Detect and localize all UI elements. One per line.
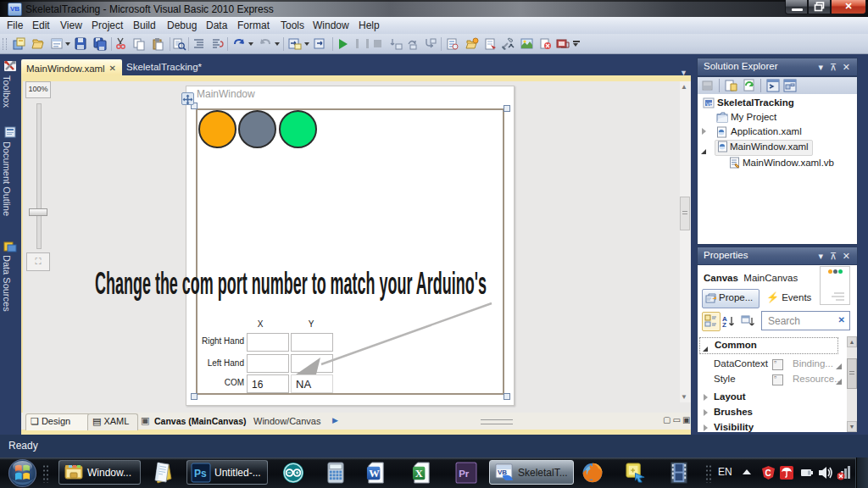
svg-text:Change the com port number to: Change the com port number to match your…: [95, 266, 487, 301]
svg-text:Z: Z: [722, 321, 726, 328]
svg-text:C: C: [765, 469, 771, 478]
svg-text:Pr: Pr: [459, 469, 470, 479]
svg-text:Ps: Ps: [194, 468, 207, 480]
svg-text:W: W: [369, 468, 380, 480]
svg-text:VB: VB: [706, 102, 713, 107]
svg-text:X: X: [415, 468, 423, 480]
